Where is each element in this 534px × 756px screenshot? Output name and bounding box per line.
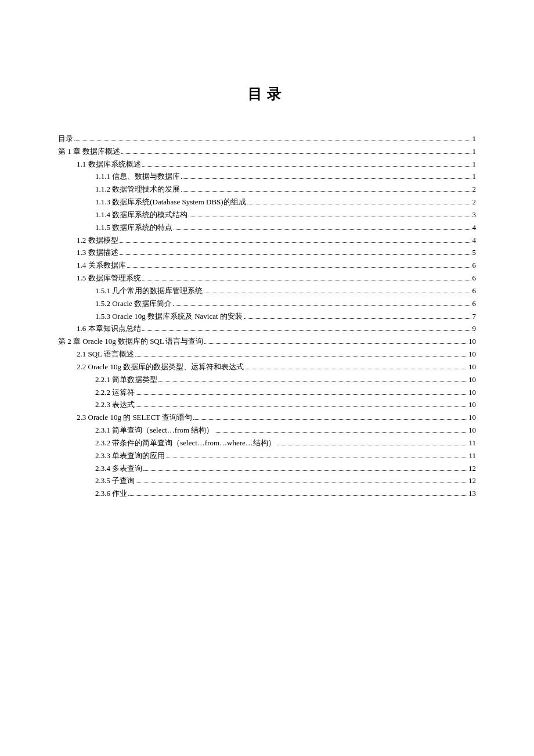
toc-leader-dots [181,178,471,179]
toc-entry[interactable]: 2.3 Oracle 10g 的 SELECT 查询语句10 [58,411,476,424]
toc-entry[interactable]: 2.3.6 作业13 [58,487,476,500]
toc-leader-dots [142,166,471,167]
toc-entry-page: 5 [472,246,477,259]
toc-entry[interactable]: 2.3.5 子查询12 [58,474,476,487]
toc-leader-dots [136,394,467,395]
toc-entry-label: 1.1.4 数据库系统的模式结构 [95,208,187,221]
toc-entry-page: 13 [468,487,476,500]
toc-leader-dots [135,356,467,357]
toc-entry-label: 1.1.1 信息、数据与数据库 [95,170,180,183]
toc-leader-dots [136,483,467,483]
toc-entry[interactable]: 1.3 数据描述5 [58,246,476,259]
toc-entry-page: 10 [468,424,476,437]
toc-entry[interactable]: 2.2 Oracle 10g 数据库的数据类型、运算符和表达式10 [58,361,476,373]
toc-leader-dots [142,330,471,331]
toc-entry-page: 12 [468,462,476,475]
toc-entry-label: 2.3.5 子查询 [95,474,135,487]
toc-entry-label: 目录 [58,132,73,145]
toc-entry-label: 第 2 章 Oracle 10g 数据库的 SQL 语言与查询 [58,335,203,348]
table-of-contents: 目录1第 1 章 数据库概述11.1 数据库系统概述11.1.1 信息、数据与数… [58,132,476,500]
toc-entry-label: 1.1 数据库系统概述 [77,158,141,171]
toc-entry[interactable]: 2.3.3 单表查询的应用11 [58,449,476,462]
toc-entry-page: 11 [468,449,476,462]
toc-entry[interactable]: 1.5.3 Oracle 10g 数据库系统及 Navicat 的安装7 [58,310,476,323]
toc-leader-dots [166,458,467,458]
toc-entry-page: 10 [468,411,476,424]
toc-entry-label: 2.3.2 带条件的简单查询（select…from…where…结构） [95,437,276,449]
toc-entry-label: 2.3.3 单表查询的应用 [95,449,165,462]
toc-leader-dots [173,305,471,306]
toc-entry[interactable]: 1.2 数据模型4 [58,234,476,247]
toc-entry-label: 1.5.3 Oracle 10g 数据库系统及 Navicat 的安装 [95,310,243,323]
toc-leader-dots [142,280,471,280]
toc-entry[interactable]: 1.1.3 数据库系统(Database System DBS)的组成2 [58,196,476,208]
toc-leader-dots [189,217,471,217]
toc-entry-label: 2.2.2 运算符 [95,386,135,399]
toc-entry-label: 2.3 Oracle 10g 的 SELECT 查询语句 [77,411,192,424]
toc-entry-label: 2.1 SQL 语言概述 [77,348,134,361]
toc-entry-label: 2.2 Oracle 10g 数据库的数据类型、运算符和表达式 [77,361,244,373]
toc-entry[interactable]: 1.1.4 数据库系统的模式结构3 [58,208,476,221]
toc-entry-label: 2.3.6 作业 [95,487,127,500]
toc-leader-dots [245,369,467,369]
toc-entry-page: 9 [472,322,477,335]
toc-entry[interactable]: 1.5.1 几个常用的数据库管理系统6 [58,285,476,297]
toc-leader-dots [181,191,471,192]
toc-entry-label: 1.1.3 数据库系统(Database System DBS)的组成 [95,196,246,208]
toc-entry[interactable]: 2.2.3 表达式10 [58,398,476,411]
toc-entry-label: 1.1.2 数据管理技术的发展 [95,183,180,196]
toc-entry[interactable]: 1.1.1 信息、数据与数据库1 [58,170,476,183]
toc-entry-page: 12 [468,474,476,487]
toc-entry[interactable]: 1.1.2 数据管理技术的发展2 [58,183,476,196]
toc-entry-label: 1.2 数据模型 [77,234,118,247]
toc-entry-label: 1.5.2 Oracle 数据库简介 [95,297,172,310]
toc-entry[interactable]: 1.4 关系数据库6 [58,259,476,272]
toc-entry-label: 1.3 数据描述 [77,246,118,259]
toc-entry-label: 2.2.3 表达式 [95,398,135,411]
toc-entry-label: 1.5 数据库管理系统 [77,272,141,285]
toc-entry[interactable]: 第 2 章 Oracle 10g 数据库的 SQL 语言与查询10 [58,335,476,348]
toc-leader-dots [120,242,471,243]
toc-entry-page: 6 [472,285,477,297]
toc-entry-label: 第 1 章 数据库概述 [58,145,120,158]
toc-leader-dots [143,470,467,471]
toc-entry-page: 11 [468,437,476,449]
toc-leader-dots [158,381,467,382]
toc-entry-page: 3 [472,208,477,221]
toc-entry-page: 6 [472,259,477,272]
toc-entry-page: 1 [472,132,477,145]
toc-entry-page: 1 [472,170,477,183]
toc-leader-dots [247,204,471,204]
toc-entry-page: 2 [472,196,477,208]
toc-entry[interactable]: 2.2.1 简单数据类型10 [58,373,476,386]
page-title: 目录 [58,84,476,103]
toc-entry[interactable]: 2.1 SQL 语言概述10 [58,348,476,361]
toc-entry[interactable]: 1.1.5 数据库系统的特点4 [58,221,476,234]
toc-leader-dots [127,267,471,268]
toc-entry-label: 2.3.1 简单查询（select…from 结构） [95,424,214,437]
toc-entry[interactable]: 1.5 数据库管理系统6 [58,272,476,285]
toc-entry[interactable]: 1.6 本章知识点总结9 [58,322,476,335]
toc-entry-label: 1.5.1 几个常用的数据库管理系统 [95,285,203,297]
toc-entry-label: 1.4 关系数据库 [77,259,126,272]
toc-entry-page: 4 [472,221,477,234]
toc-entry[interactable]: 2.2.2 运算符10 [58,386,476,399]
toc-entry-page: 10 [468,348,476,361]
toc-leader-dots [128,495,467,496]
toc-leader-dots [120,254,471,255]
toc-entry[interactable]: 2.3.1 简单查询（select…from 结构）10 [58,424,476,437]
toc-entry-page: 7 [472,310,477,323]
toc-entry[interactable]: 2.3.2 带条件的简单查询（select…from…where…结构）11 [58,437,476,449]
toc-entry[interactable]: 1.5.2 Oracle 数据库简介6 [58,297,476,310]
toc-entry-label: 1.1.5 数据库系统的特点 [95,221,172,234]
toc-entry-page: 2 [472,183,477,196]
toc-entry-page: 10 [468,335,476,348]
toc-entry[interactable]: 第 1 章 数据库概述1 [58,145,476,158]
toc-leader-dots [136,406,467,407]
toc-entry[interactable]: 1.1 数据库系统概述1 [58,158,476,171]
toc-entry[interactable]: 目录1 [58,132,476,145]
toc-entry-page: 1 [472,145,477,158]
toc-entry-label: 1.6 本章知识点总结 [77,322,141,335]
toc-entry-page: 4 [472,234,477,247]
toc-entry[interactable]: 2.3.4 多表查询12 [58,462,476,475]
